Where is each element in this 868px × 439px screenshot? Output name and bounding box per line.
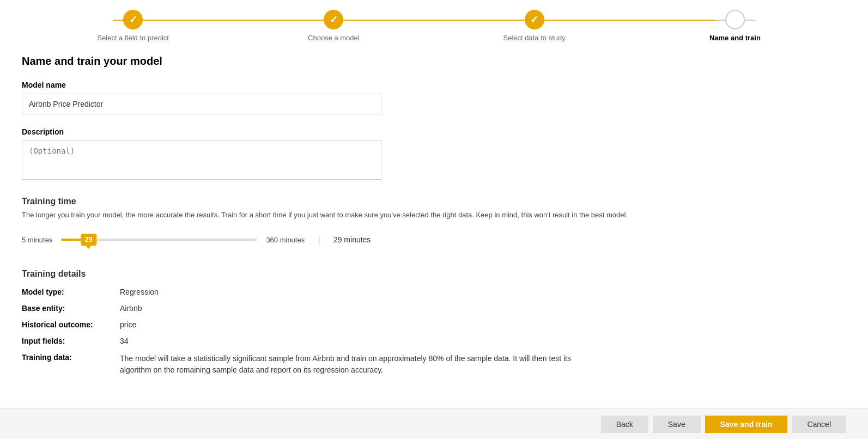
slider-wrapper[interactable]: 29 xyxy=(61,230,257,249)
slider-row: 5 minutes 29 360 minutes | 29 minutes xyxy=(22,230,846,249)
step-circle-3 xyxy=(525,10,544,29)
detail-row-model-type: Model type: Regression xyxy=(22,288,846,296)
detail-value-historical-outcome: price xyxy=(120,320,136,329)
back-button[interactable]: Back xyxy=(601,416,648,433)
step-label-2: Choose a model xyxy=(308,34,360,42)
progress-step-2: Choose a model xyxy=(233,10,434,42)
thumb-tooltip[interactable]: 29 xyxy=(81,234,96,246)
page-title: Name and train your model xyxy=(22,55,846,68)
progress-step-1: Select a field to predict xyxy=(33,10,233,42)
progress-step-4: Name and train xyxy=(635,10,835,42)
progress-steps: Select a field to predict Choose a model… xyxy=(33,10,835,42)
description-label: Description xyxy=(22,127,846,136)
step-circle-4 xyxy=(725,10,745,29)
detail-value-base-entity: Airbnb xyxy=(120,304,142,313)
detail-row-historical-outcome: Historical outcome: price xyxy=(22,320,846,329)
detail-value-model-type: Regression xyxy=(120,288,159,296)
model-name-label: Model name xyxy=(22,81,846,89)
model-name-input[interactable] xyxy=(22,94,381,114)
step-circle-2 xyxy=(324,10,343,29)
step-label-4: Name and train xyxy=(709,34,761,42)
main-content: Name and train your model Model name Des… xyxy=(0,42,868,439)
model-name-section: Model name xyxy=(22,81,846,114)
slider-separator: | xyxy=(318,234,320,246)
training-time-desc: The longer you train your model, the mor… xyxy=(22,211,730,219)
slider-min-label: 5 minutes xyxy=(22,236,52,244)
slider-current-value: 29 minutes xyxy=(333,235,371,244)
detail-value-input-fields: 34 xyxy=(120,337,129,345)
training-time-section: Training time The longer you train your … xyxy=(22,197,846,249)
progress-step-3: Select data to study xyxy=(434,10,635,42)
detail-row-base-entity: Base entity: Airbnb xyxy=(22,304,846,313)
detail-key-input-fields: Input fields: xyxy=(22,337,120,345)
step-label-3: Select data to study xyxy=(503,34,566,42)
cancel-button[interactable]: Cancel xyxy=(792,416,846,433)
detail-value-training-data: The model will take a statistically sign… xyxy=(120,353,578,376)
detail-key-training-data: Training data: xyxy=(22,353,120,362)
detail-key-model-type: Model type: xyxy=(22,288,120,296)
progress-bar-container: Select a field to predict Choose a model… xyxy=(0,0,868,42)
checkmark-icon-2 xyxy=(330,14,338,26)
save-and-train-button[interactable]: Save and train xyxy=(705,416,788,433)
training-time-title: Training time xyxy=(22,197,846,206)
description-section: Description xyxy=(22,127,846,181)
step-circle-1 xyxy=(123,10,143,29)
slider-thumb[interactable]: 29 xyxy=(81,234,96,246)
slider-max-label: 360 minutes xyxy=(266,236,305,244)
detail-row-input-fields: Input fields: 34 xyxy=(22,337,846,345)
training-details-title: Training details xyxy=(22,269,846,279)
detail-key-historical-outcome: Historical outcome: xyxy=(22,320,120,329)
detail-key-base-entity: Base entity: xyxy=(22,304,120,313)
training-details-section: Training details Model type: Regression … xyxy=(22,269,846,376)
description-input[interactable] xyxy=(22,141,381,180)
checkmark-icon-1 xyxy=(129,14,137,26)
detail-row-training-data: Training data: The model will take a sta… xyxy=(22,353,846,376)
checkmark-icon-3 xyxy=(530,14,538,26)
step-label-1: Select a field to predict xyxy=(97,34,169,42)
save-button[interactable]: Save xyxy=(653,416,701,433)
bottom-bar: Back Save Save and train Cancel xyxy=(0,408,868,439)
